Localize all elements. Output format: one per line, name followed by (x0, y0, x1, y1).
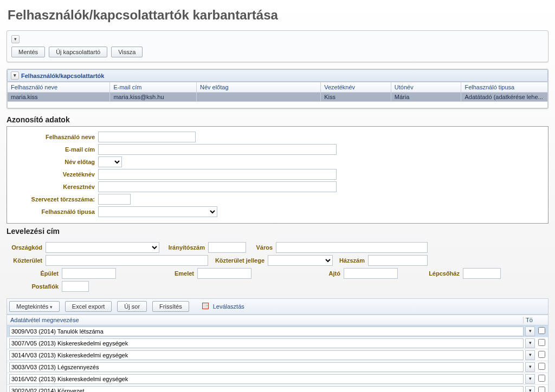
row-dropdown-icon[interactable]: ▾ (525, 350, 535, 360)
list-row[interactable]: ▾ (7, 373, 548, 385)
users-grid-title: Felhasználók/kapcsolattartók (21, 73, 104, 79)
list-row[interactable]: ▾ (7, 385, 548, 392)
users-grid-header: ▾ Felhasználók/kapcsolattartók (7, 69, 548, 82)
cell-lastname: Kiss (321, 93, 391, 102)
label-email: E-mail cím (11, 146, 98, 153)
list-row[interactable]: ▾ (7, 337, 548, 349)
label-street-type: Közterület jellege (208, 257, 268, 264)
id-form: Felhasználó neve E-mail cím Név előtag V… (7, 126, 548, 224)
label-country: Országkód (8, 244, 46, 251)
label-prefix: Név előtag (11, 159, 98, 165)
list-col-to[interactable]: Tö (523, 317, 545, 323)
row-checkbox[interactable] (538, 339, 545, 346)
label-username: Felhasználó neve (11, 134, 98, 140)
row-checkbox[interactable] (538, 387, 545, 392)
row-checkbox[interactable] (538, 363, 545, 370)
list-row[interactable]: ▾ (7, 325, 548, 337)
list-body: ▾ ▾ ▾ ▾ ▾ ▾ (7, 325, 548, 392)
select-type[interactable] (98, 206, 217, 217)
list-col-name[interactable]: Adatátvétel megnevezése (10, 317, 523, 323)
new-contact-button[interactable]: Új kapcsolattartó (49, 47, 107, 57)
input-street[interactable] (46, 255, 208, 266)
users-grid-table: Felhasználó neve E-mail cím Név előtag V… (7, 82, 548, 108)
input-city[interactable] (276, 242, 428, 253)
users-grid-panel: ▾ Felhasználók/kapcsolattartók Felhaszná… (7, 69, 548, 109)
list-row-input[interactable] (9, 350, 524, 360)
label-lastname: Vezetéknév (11, 171, 98, 178)
list-row[interactable]: ▾ (7, 361, 548, 373)
cell-type: Adatátadó (adatkérése lehe... (461, 93, 548, 102)
toggle-users-grid-icon[interactable]: ▾ (11, 71, 19, 80)
detach-icon (202, 303, 210, 310)
row-dropdown-icon[interactable]: ▾ (525, 374, 535, 384)
label-pobox: Postafiók (8, 283, 62, 290)
label-type: Felhasználó tipusa (11, 208, 98, 215)
list-header: Adatátvétel megnevezése Tö (7, 315, 548, 325)
col-firstname[interactable]: Utónév (391, 82, 461, 93)
list-row-input[interactable] (9, 338, 524, 348)
input-stair[interactable] (463, 268, 501, 279)
row-checkbox[interactable] (538, 327, 545, 334)
select-country[interactable] (46, 242, 159, 253)
select-prefix[interactable] (98, 156, 122, 167)
col-lastname[interactable]: Vezetéknév (321, 82, 391, 93)
view-menu-button[interactable]: Megtekintés (9, 301, 60, 312)
input-house-no[interactable] (368, 255, 428, 266)
row-dropdown-icon[interactable]: ▾ (525, 362, 535, 372)
label-zip: Irányítószám (159, 244, 208, 251)
col-username[interactable]: Felhasználó neve (8, 82, 110, 93)
list-row[interactable]: ▾ (7, 349, 548, 361)
cell-prefix (196, 93, 320, 102)
top-action-panel: ▾ Mentés Új kapcsolattartó Vissza (7, 30, 548, 62)
label-building: Épület (8, 270, 62, 277)
row-checkbox[interactable] (538, 351, 545, 358)
users-grid-row[interactable]: maria.kiss maria.kiss@ksh.hu Kiss Mária … (8, 93, 548, 102)
detach-label[interactable]: Leválasztás (213, 303, 244, 310)
label-firstname: Keresztnév (11, 184, 98, 190)
page-title: Felhasználók/kapcsolattartók karbantartá… (8, 8, 548, 23)
input-zip[interactable] (208, 242, 246, 253)
input-orgid[interactable] (98, 194, 131, 205)
row-dropdown-icon[interactable]: ▾ (525, 338, 535, 348)
list-toolbar: Megtekintés Excel export Új sor Frissíté… (7, 298, 548, 315)
cell-firstname: Mária (391, 93, 461, 102)
list-row-input[interactable] (9, 362, 524, 372)
col-prefix[interactable]: Név előtag (196, 82, 320, 93)
col-type[interactable]: Felhasználó tipusa (461, 82, 548, 93)
label-street: Közterület (8, 257, 46, 264)
list-row-input[interactable] (9, 386, 524, 393)
mail-form: Országkód Irányítószám Város Közterület … (7, 238, 548, 298)
label-floor: Emelet (116, 270, 197, 277)
toggle-top-panel-icon[interactable]: ▾ (11, 35, 20, 43)
row-dropdown-icon[interactable]: ▾ (525, 386, 535, 393)
row-checkbox[interactable] (538, 375, 545, 382)
cell-email: maria.kiss@ksh.hu (110, 93, 197, 102)
row-dropdown-icon[interactable]: ▾ (525, 326, 535, 336)
label-city: Város (246, 244, 276, 251)
new-row-button[interactable]: Új sor (117, 301, 147, 312)
cell-username: maria.kiss (8, 93, 110, 102)
input-floor[interactable] (197, 268, 251, 279)
col-email[interactable]: E-mail cím (110, 82, 197, 93)
list-row-input[interactable] (9, 374, 524, 384)
input-lastname[interactable] (98, 169, 337, 180)
input-email[interactable] (98, 144, 337, 155)
label-house-no: Házszám (333, 257, 368, 264)
input-door[interactable] (344, 268, 398, 279)
input-firstname[interactable] (98, 181, 337, 192)
back-button[interactable]: Vissza (111, 47, 143, 57)
input-username[interactable] (98, 132, 196, 142)
select-street-type[interactable] (268, 255, 333, 266)
label-door: Ajtó (251, 270, 344, 277)
label-orgid: Szervezet törzsszáma: (11, 196, 98, 202)
list-row-input[interactable] (9, 326, 524, 336)
refresh-button[interactable]: Frissítés (152, 301, 189, 312)
id-section-title: Azonosító adatok (7, 115, 548, 124)
excel-export-button[interactable]: Excel export (65, 301, 112, 312)
save-button[interactable]: Mentés (11, 47, 45, 57)
input-building[interactable] (62, 268, 116, 279)
mail-section-title: Levelezési cím (7, 227, 548, 236)
input-pobox[interactable] (62, 281, 89, 292)
label-stair: Lépcsőház (398, 270, 463, 277)
